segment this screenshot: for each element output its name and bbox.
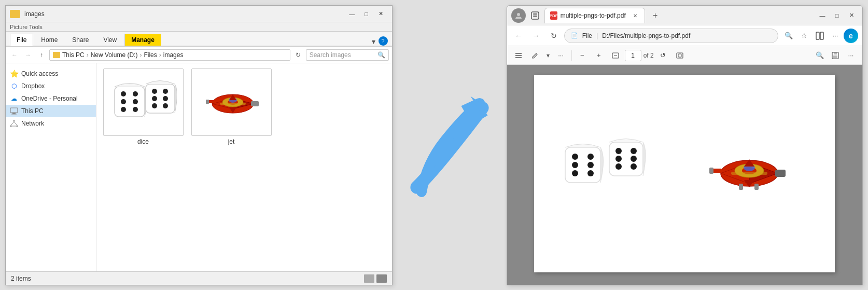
table-of-contents-button[interactable] xyxy=(511,48,526,63)
sidebar-item-onedrive[interactable]: ☁ OneDrive - Personal xyxy=(6,92,96,105)
svg-rect-29 xyxy=(251,101,259,106)
file-item-dice[interactable]: dice xyxy=(102,68,185,145)
browser-close-button[interactable]: ✕ xyxy=(845,10,858,21)
svg-rect-80 xyxy=(739,184,743,190)
svg-rect-2 xyxy=(11,114,17,115)
zoom-in-button[interactable]: + xyxy=(592,48,606,63)
pdf-more-button[interactable]: ··· xyxy=(844,48,858,63)
more-tools-button[interactable]: ··· xyxy=(554,48,568,63)
more-button[interactable]: ··· xyxy=(828,29,843,43)
forward-button[interactable]: → xyxy=(22,49,34,61)
network-icon xyxy=(10,119,18,128)
pdf-search-button[interactable]: 🔍 xyxy=(813,48,827,63)
annotation-button[interactable] xyxy=(528,48,542,63)
fit-width-button[interactable] xyxy=(608,48,623,63)
svg-rect-0 xyxy=(10,108,18,113)
svg-point-63 xyxy=(631,148,637,154)
help-icon[interactable]: ? xyxy=(379,36,388,46)
file-name-dice: dice xyxy=(137,138,149,145)
svg-point-38 xyxy=(517,13,520,16)
tab-manage[interactable]: Manage xyxy=(124,34,161,46)
svg-rect-41 xyxy=(533,16,537,17)
svg-rect-79 xyxy=(731,172,767,175)
pdf-jet-section xyxy=(695,129,809,219)
sidebar-item-quick-access[interactable]: ⭐ Quick access xyxy=(6,67,96,80)
address-input[interactable]: 📄 File | D:/Files/multiple-pngs-to-pdf.p… xyxy=(564,29,778,43)
collections-icon[interactable] xyxy=(529,9,541,22)
svg-point-56 xyxy=(587,154,594,160)
sidebar-item-dropbox[interactable]: ⬡ Dropbox xyxy=(6,80,96,92)
sidebar-item-network[interactable]: Network xyxy=(6,117,96,130)
refresh-button[interactable]: ↻ xyxy=(292,49,304,61)
svg-point-67 xyxy=(631,163,637,170)
minimize-button[interactable]: — xyxy=(345,9,359,19)
pdf-toolbar-right: 🔍 ··· xyxy=(813,48,858,63)
close-button[interactable]: ✕ xyxy=(374,9,388,19)
svg-point-14 xyxy=(121,107,126,112)
zoom-out-button[interactable]: − xyxy=(575,48,590,63)
search-box[interactable]: Search images 🔍 xyxy=(306,49,389,61)
zoom-button[interactable]: 🔍 xyxy=(781,29,796,43)
profile-icon[interactable] xyxy=(511,8,526,23)
file-thumbnail-dice xyxy=(103,68,184,136)
content-area: ⭐ Quick access ⬡ Dropbox ☁ OneDrive - Pe… xyxy=(6,63,392,271)
split-screen-button[interactable] xyxy=(813,29,827,43)
pdf-viewer xyxy=(507,65,862,285)
svg-point-62 xyxy=(615,148,622,154)
svg-rect-1 xyxy=(12,113,16,114)
tab-view[interactable]: View xyxy=(96,34,123,46)
search-placeholder: Search images xyxy=(310,51,351,59)
svg-rect-74 xyxy=(775,170,786,177)
svg-point-57 xyxy=(572,162,578,168)
browser-back-button[interactable]: ← xyxy=(511,29,526,43)
path-folder-icon xyxy=(53,52,60,58)
pdf-save-button[interactable] xyxy=(828,48,843,63)
addr-url-path: D:/Files/multiple-pngs-to-pdf.pdf xyxy=(602,32,690,39)
page-number-input[interactable] xyxy=(625,50,641,61)
sidebar-item-this-pc[interactable]: This PC xyxy=(6,105,96,117)
svg-point-65 xyxy=(631,156,637,162)
browser-forward-button[interactable]: → xyxy=(529,29,543,43)
file-item-jet[interactable]: jet xyxy=(190,68,273,145)
svg-rect-31 xyxy=(206,100,209,104)
rotate-button[interactable]: ↺ xyxy=(656,48,670,63)
svg-rect-16 xyxy=(146,84,175,113)
tab-close-button[interactable]: ✕ xyxy=(631,11,639,20)
svg-rect-34 xyxy=(220,103,246,105)
fit-page-button[interactable] xyxy=(673,48,687,63)
maximize-button[interactable]: □ xyxy=(360,9,373,19)
new-tab-button[interactable]: + xyxy=(648,8,663,23)
toolbar-separator-1 xyxy=(571,50,572,61)
file-thumbnail-jet xyxy=(191,68,272,136)
files-area: dice xyxy=(96,63,392,271)
ribbon-expand-icon[interactable]: ▾ xyxy=(372,37,375,46)
pc-icon xyxy=(10,107,18,115)
sidebar-label-network: Network xyxy=(21,120,44,127)
browser-tab-pdf[interactable]: PDF multiple-pngs-to-pdf.pdf ✕ xyxy=(544,8,645,23)
address-path[interactable]: This PC › New Volume (D:) › Files › imag… xyxy=(49,49,290,61)
svg-point-22 xyxy=(163,103,168,108)
sidebar-label-quick-access: Quick access xyxy=(21,70,58,77)
svg-point-59 xyxy=(572,170,578,176)
tab-share[interactable]: Share xyxy=(65,34,95,46)
svg-point-66 xyxy=(615,163,622,170)
browser-refresh-button[interactable]: ↻ xyxy=(547,29,561,43)
annotation-dropdown[interactable]: ▾ xyxy=(544,50,552,61)
browser-minimize-button[interactable]: — xyxy=(816,10,829,21)
dropbox-icon: ⬡ xyxy=(10,82,18,90)
back-button[interactable]: ← xyxy=(9,49,20,61)
svg-point-21 xyxy=(152,103,157,108)
svg-point-10 xyxy=(121,91,126,96)
svg-rect-81 xyxy=(754,184,759,190)
status-text: 2 items xyxy=(11,275,31,282)
browser-maximize-button[interactable]: □ xyxy=(830,10,844,21)
svg-point-18 xyxy=(163,89,168,94)
favorites-button[interactable]: ☆ xyxy=(797,29,811,43)
tab-home[interactable]: Home xyxy=(34,34,64,46)
svg-rect-40 xyxy=(533,13,537,15)
details-view-icon[interactable] xyxy=(364,274,374,283)
up-button[interactable]: ↑ xyxy=(36,49,47,61)
tab-file[interactable]: File xyxy=(10,34,33,46)
tiles-view-icon[interactable] xyxy=(376,274,387,283)
pdf-page xyxy=(534,75,835,272)
